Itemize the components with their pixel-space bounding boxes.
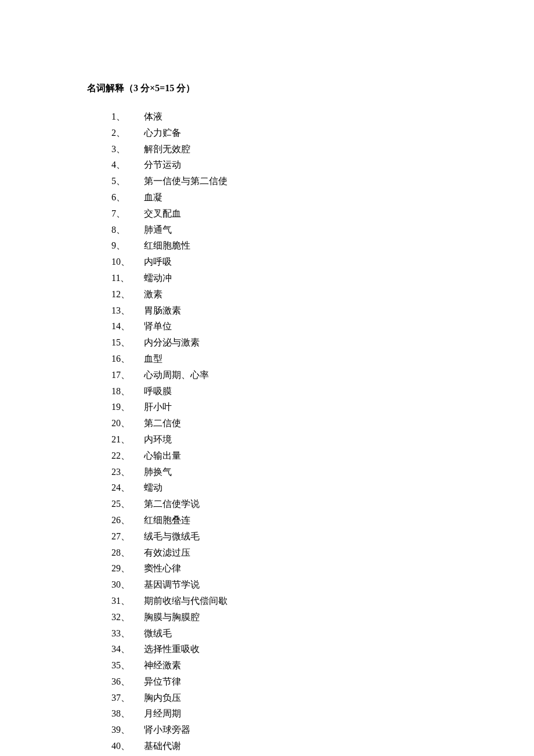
- item-text: 微绒毛: [144, 627, 447, 641]
- list-item: 8、肺通气: [111, 223, 447, 237]
- item-text: 肝小叶: [144, 400, 447, 415]
- list-item: 10、内呼吸: [111, 255, 447, 269]
- item-number: 27、: [111, 530, 144, 544]
- item-text: 内环境: [144, 433, 447, 447]
- item-number: 40、: [111, 739, 144, 754]
- item-number: 36、: [111, 675, 144, 689]
- item-number: 12、: [111, 287, 144, 302]
- list-item: 34、选择性重吸收: [111, 642, 447, 657]
- item-text: 期前收缩与代偿间歇: [144, 594, 447, 609]
- list-item: 11、蠕动冲: [111, 271, 447, 286]
- list-item: 17、心动周期、心率: [111, 368, 447, 383]
- item-number: 26、: [111, 513, 144, 528]
- item-text: 内呼吸: [144, 255, 447, 269]
- item-text: 月经周期: [144, 707, 447, 721]
- item-text: 红细胞脆性: [144, 239, 447, 253]
- list-item: 1、体液: [111, 110, 447, 124]
- item-number: 21、: [111, 433, 144, 447]
- item-number: 25、: [111, 497, 144, 512]
- list-item: 28、有效滤过压: [111, 546, 447, 560]
- list-item: 21、内环境: [111, 433, 447, 447]
- list-item: 25、第二信使学说: [111, 497, 447, 512]
- item-number: 14、: [111, 319, 144, 334]
- list-item: 31、期前收缩与代偿间歇: [111, 594, 447, 609]
- item-text: 红细胞叠连: [144, 513, 447, 528]
- item-number: 39、: [111, 723, 144, 737]
- item-number: 16、: [111, 352, 144, 366]
- item-number: 31、: [111, 594, 144, 609]
- item-number: 11、: [111, 271, 144, 286]
- item-number: 34、: [111, 642, 144, 657]
- item-text: 异位节律: [144, 675, 447, 689]
- item-text: 血型: [144, 352, 447, 366]
- list-item: 26、红细胞叠连: [111, 513, 447, 528]
- item-number: 1、: [111, 110, 144, 124]
- item-text: 蠕动冲: [144, 271, 447, 286]
- item-text: 肾单位: [144, 319, 447, 334]
- list-item: 18、呼吸膜: [111, 384, 447, 399]
- list-item: 24、蠕动: [111, 481, 447, 495]
- list-item: 39、肾小球旁器: [111, 723, 447, 737]
- item-number: 22、: [111, 449, 144, 463]
- item-text: 体液: [144, 110, 447, 124]
- list-item: 14、肾单位: [111, 319, 447, 334]
- item-text: 神经激素: [144, 658, 447, 673]
- list-item: 35、神经激素: [111, 658, 447, 673]
- list-item: 16、血型: [111, 352, 447, 366]
- item-number: 32、: [111, 610, 144, 625]
- item-text: 心动周期、心率: [144, 368, 447, 383]
- item-number: 2、: [111, 126, 144, 141]
- item-text: 窦性心律: [144, 561, 447, 576]
- item-text: 选择性重吸收: [144, 642, 447, 657]
- item-number: 8、: [111, 223, 144, 237]
- list-item: 19、肝小叶: [111, 400, 447, 415]
- list-item: 4、分节运动: [111, 158, 447, 172]
- item-number: 6、: [111, 190, 144, 205]
- item-text: 第二信使: [144, 416, 447, 431]
- list-item: 38、月经周期: [111, 707, 447, 721]
- list-item: 7、交叉配血: [111, 207, 447, 221]
- item-text: 胃肠激素: [144, 304, 447, 318]
- item-number: 28、: [111, 546, 144, 560]
- list-item: 30、基因调节学说: [111, 578, 447, 592]
- item-number: 9、: [111, 239, 144, 253]
- item-number: 3、: [111, 142, 144, 157]
- list-item: 22、心输出量: [111, 449, 447, 463]
- item-number: 29、: [111, 561, 144, 576]
- list-item: 32、胸膜与胸膜腔: [111, 610, 447, 625]
- item-text: 解剖无效腔: [144, 142, 447, 157]
- list-item: 3、解剖无效腔: [111, 142, 447, 157]
- list-item: 27、绒毛与微绒毛: [111, 530, 447, 544]
- item-text: 血凝: [144, 190, 447, 205]
- item-number: 13、: [111, 304, 144, 318]
- item-number: 18、: [111, 384, 144, 399]
- item-number: 19、: [111, 400, 144, 415]
- list-item: 20、第二信使: [111, 416, 447, 431]
- item-number: 37、: [111, 691, 144, 705]
- list-item: 23、肺换气: [111, 465, 447, 480]
- item-number: 17、: [111, 368, 144, 383]
- item-text: 有效滤过压: [144, 546, 447, 560]
- list-item: 33、微绒毛: [111, 627, 447, 641]
- list-item: 15、内分泌与激素: [111, 336, 447, 350]
- item-text: 内分泌与激素: [144, 336, 447, 350]
- item-text: 心力贮备: [144, 126, 447, 141]
- item-number: 30、: [111, 578, 144, 592]
- item-text: 肺换气: [144, 465, 447, 480]
- item-text: 肾小球旁器: [144, 723, 447, 737]
- item-text: 呼吸膜: [144, 384, 447, 399]
- item-text: 肺通气: [144, 223, 447, 237]
- item-number: 23、: [111, 465, 144, 480]
- list-item: 36、异位节律: [111, 675, 447, 689]
- item-text: 胸膜与胸膜腔: [144, 610, 447, 625]
- item-text: 基因调节学说: [144, 578, 447, 592]
- item-text: 心输出量: [144, 449, 447, 463]
- item-number: 15、: [111, 336, 144, 350]
- item-number: 33、: [111, 627, 144, 641]
- item-number: 5、: [111, 174, 144, 189]
- item-number: 35、: [111, 658, 144, 673]
- item-number: 20、: [111, 416, 144, 431]
- list-item: 9、红细胞脆性: [111, 239, 447, 253]
- item-number: 24、: [111, 481, 144, 495]
- item-number: 38、: [111, 707, 144, 721]
